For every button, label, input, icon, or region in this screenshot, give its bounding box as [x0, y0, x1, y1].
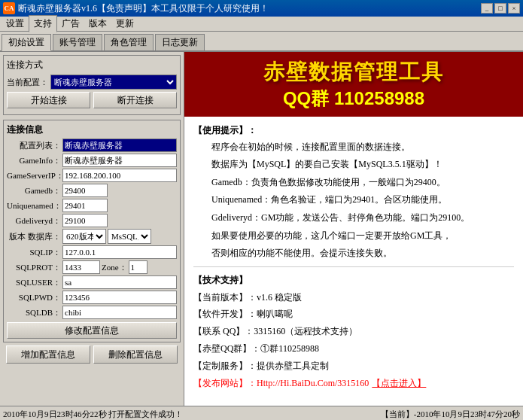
sqluser-label: SQLUSER：	[7, 277, 61, 288]
section-divider	[193, 266, 514, 267]
gdeliveryd-label: Gdeliveryd：	[7, 215, 61, 227]
config-list-input[interactable]	[62, 138, 177, 152]
menu-bar: 设置 支持 广告 版本 更新	[0, 17, 523, 32]
tech-support-title: 【技术支持】	[193, 272, 514, 289]
game-info-input[interactable]	[62, 154, 177, 167]
ts-qq-row: 【联系 QQ】： 3315160（远程技术支持）	[193, 323, 514, 340]
banner: 赤壁数据管理工具 QQ群 110258988	[184, 52, 523, 117]
main-content: 连接方式 当前配置： 断魂赤壁服务器 开始连接 断开连接 连接信息 配置列表： …	[0, 52, 523, 406]
menu-item-update[interactable]: 更新	[111, 16, 138, 32]
sqlprot-row: SQLPROT： Zone：	[7, 260, 177, 274]
ts-dev-label: 【软件开发】：	[193, 306, 257, 323]
ts-qq-label: 【联系 QQ】：	[193, 323, 254, 340]
ts-site-row: 【发布网站】： Http://Hi.BaiDu.Com/3315160 【点击进…	[193, 375, 514, 392]
sqlpwd-input[interactable]	[62, 291, 177, 304]
config-list-row: 配置列表：	[7, 138, 177, 152]
tips-section: 【使用提示】： 程序会在初始的时候，连接配置里面的数据连接。 数据库为【MySQ…	[193, 123, 514, 262]
restore-button[interactable]: □	[494, 3, 506, 14]
sqlpwd-row: SQLPWD：	[7, 291, 177, 304]
tip-4: Uniquenamed：角色名验证，端口为29401。合区功能使用。	[193, 192, 514, 208]
ts-site-label: 【发布网站】：	[193, 375, 257, 392]
sqldb-label: SQLDB：	[7, 307, 61, 318]
menu-item-support[interactable]: 支持	[29, 15, 57, 32]
uniquenamed-row: Uniquenamed：	[7, 199, 177, 212]
sqldb-input[interactable]	[62, 306, 177, 319]
connection-type-section: 连接方式 当前配置： 断魂赤壁服务器 开始连接 断开连接	[3, 55, 181, 115]
config-list-label: 配置列表：	[7, 140, 61, 151]
tab-role-management[interactable]: 角色管理	[104, 34, 154, 50]
menu-item-version[interactable]: 版本	[84, 16, 111, 32]
menu-item-ads[interactable]: 广告	[57, 16, 84, 32]
version-db-row: 版本 数据库： 620版本 MsSQL库	[7, 229, 177, 244]
window-title: 断魂赤壁服务器v1.6【免责声明】本工具仅限于个人研究使用！	[18, 2, 269, 15]
sqlip-row: SQLIP：	[7, 245, 177, 259]
ts-version-value: v1.6 稳定版	[257, 289, 302, 306]
ts-site-value: Http://Hi.BaiDu.Com/3315160	[257, 375, 369, 392]
gamedb-row: Gamedb：	[7, 184, 177, 197]
minimize-button[interactable]: _	[481, 3, 493, 14]
version-select[interactable]: 620版本	[62, 229, 106, 244]
ts-dev-value: 喇叭噶呢	[257, 306, 293, 323]
right-panel: 赤壁数据管理工具 QQ群 110258988 【使用提示】： 程序会在初始的时候…	[184, 52, 523, 406]
tip-6: 如果要使用必要的功能，这几个端口一定要开放给GM工具，	[193, 228, 514, 245]
tab-log-update[interactable]: 日志更新	[155, 34, 205, 50]
uniquenamed-label: Uniquenamed：	[7, 200, 61, 212]
current-config-select[interactable]: 断魂赤壁服务器	[50, 75, 177, 90]
ts-custom-value: 提供赤壁工具定制	[257, 358, 329, 375]
tip-1: 程序会在初始的时候，连接配置里面的数据连接。	[193, 139, 514, 156]
game-server-ip-input[interactable]	[62, 169, 177, 182]
current-config-label: 当前配置：	[7, 77, 48, 88]
disconnect-button[interactable]: 断开连接	[93, 92, 177, 108]
game-server-ip-label: GameServerIP：	[7, 170, 61, 181]
tip-3: Gamedb：负责角色数据修改功能使用，一般端口为29400。	[193, 175, 514, 191]
tips-title: 【使用提示】：	[193, 125, 257, 135]
status-right-text: 【当前】-2010年10月9日23时47分20秒	[381, 409, 520, 420]
window-controls: _ □ ×	[481, 3, 520, 14]
start-connect-button[interactable]: 开始连接	[7, 92, 90, 108]
modify-config-row: 修改配置信息	[7, 322, 177, 339]
delete-config-button[interactable]: 删除配置信息	[93, 345, 178, 364]
connection-info-title: 连接信息	[7, 123, 177, 136]
db-type-select[interactable]: MsSQL库	[108, 229, 151, 244]
ts-site-link[interactable]: 【点击进入】	[372, 375, 426, 392]
sqluser-input[interactable]	[62, 275, 177, 289]
gdeliveryd-input[interactable]	[62, 214, 108, 227]
game-server-ip-row: GameServerIP：	[7, 169, 177, 182]
sqlip-label: SQLIP：	[7, 247, 61, 258]
menu-item-settings[interactable]: 设置	[2, 16, 29, 32]
tab-initial-settings[interactable]: 初始设置	[2, 34, 51, 51]
zone-input[interactable]	[129, 260, 147, 274]
status-bar: 2010年10月9日23时46分22秒 打开配置文件成功！ 【当前】-2010年…	[0, 406, 523, 420]
game-info-row: GameInfo：	[7, 154, 177, 167]
gamedb-input[interactable]	[62, 184, 108, 197]
sqldb-row: SQLDB：	[7, 306, 177, 319]
tab-bar: 初始设置 账号管理 角色管理 日志更新	[0, 32, 523, 52]
ts-cbqq-label: 【赤壁QQ群】：	[193, 340, 260, 358]
add-config-button[interactable]: 增加配置信息	[6, 345, 90, 364]
tech-support-section: 【技术支持】 【当前版本】： v1.6 稳定版 【软件开发】： 喇叭噶呢 【联系…	[193, 272, 514, 392]
status-left-text: 2010年10月9日23时46分22秒 打开配置文件成功！	[3, 409, 381, 420]
ts-cbqq-value: ①群110258988	[260, 340, 319, 358]
banner-title: 赤壁数据管理工具	[193, 58, 514, 87]
sqlpwd-label: SQLPWD：	[7, 292, 61, 303]
ts-version-row: 【当前版本】： v1.6 稳定版	[193, 289, 514, 306]
sqlip-input[interactable]	[62, 245, 177, 259]
right-content-area: 【使用提示】： 程序会在初始的时候，连接配置里面的数据连接。 数据库为【MySQ…	[184, 117, 523, 406]
sqluser-row: SQLUSER：	[7, 275, 177, 289]
tip-7: 否则相应的功能不能使用。会提示连接失败。	[193, 245, 514, 262]
game-info-label: GameInfo：	[7, 155, 61, 166]
close-button[interactable]: ×	[508, 3, 520, 14]
gamedb-label: Gamedb：	[7, 185, 61, 196]
ts-custom-label: 【定制服务】：	[193, 358, 257, 375]
connection-info-section: 连接信息 配置列表： GameInfo： GameServerIP： Gamed…	[3, 120, 181, 342]
sqlprot-input[interactable]	[62, 260, 100, 274]
tip-5: Gdeliveryd：GM功能，发送公告、封停角色功能。端口为29100。	[193, 210, 514, 227]
modify-config-button[interactable]: 修改配置信息	[7, 322, 177, 339]
connect-buttons-row: 开始连接 断开连接	[7, 92, 177, 108]
ts-custom-row: 【定制服务】： 提供赤壁工具定制	[193, 358, 514, 375]
version-db-label: 版本 数据库：	[7, 231, 61, 242]
ts-cbqq-row: 【赤壁QQ群】： ①群110258988	[193, 340, 514, 358]
tab-account-management[interactable]: 账号管理	[53, 34, 102, 50]
ts-dev-row: 【软件开发】： 喇叭噶呢	[193, 306, 514, 323]
uniquenamed-input[interactable]	[62, 199, 108, 212]
